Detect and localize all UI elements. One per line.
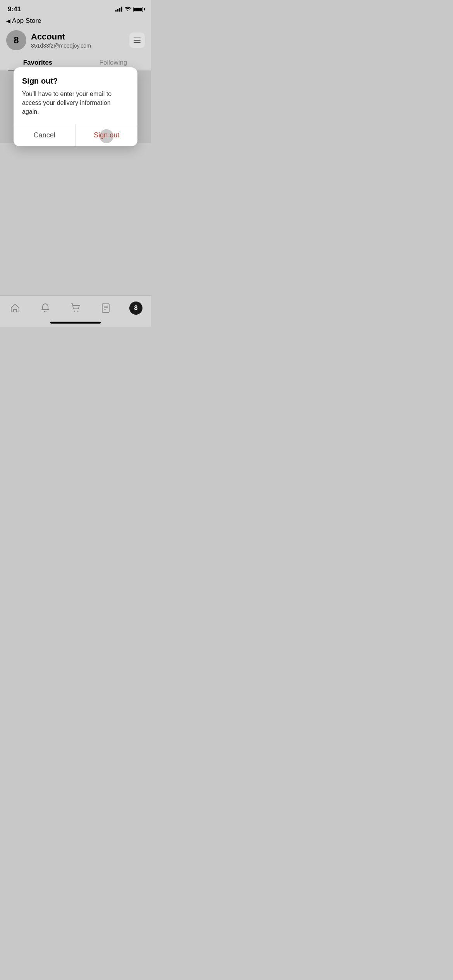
svg-rect-2	[102, 304, 109, 312]
svg-point-1	[77, 311, 79, 312]
svg-point-0	[74, 311, 75, 312]
header-text: Account 851d33f2@moodjoy.com	[31, 32, 129, 49]
sign-out-button[interactable]: Sign out	[76, 124, 138, 146]
sign-out-dialog: Sign out? You'll have to enter your emai…	[14, 67, 137, 147]
dialog-actions: Cancel Sign out	[14, 124, 137, 146]
dialog-title: Sign out?	[22, 77, 129, 86]
bell-icon	[41, 303, 50, 313]
menu-button[interactable]	[129, 33, 145, 48]
main-content: No favorites yet Tap the heart on any pr…	[0, 71, 151, 143]
signal-icon	[115, 7, 122, 12]
wifi-icon	[125, 6, 131, 12]
tab-account[interactable]: 8	[126, 300, 146, 316]
status-icons	[115, 6, 143, 12]
tab-notifications[interactable]	[36, 300, 55, 316]
cart-icon	[70, 303, 81, 313]
battery-icon	[133, 7, 143, 12]
home-icon	[10, 303, 20, 313]
account-avatar-badge: 8	[129, 302, 142, 315]
home-indicator	[50, 322, 101, 324]
tab-home[interactable]	[5, 300, 25, 316]
tab-orders[interactable]	[96, 300, 115, 316]
account-header: 8 Account 851d33f2@moodjoy.com	[0, 26, 151, 54]
header-title: Account	[31, 32, 129, 42]
menu-icon	[134, 40, 141, 41]
cancel-button[interactable]: Cancel	[14, 124, 76, 146]
dialog-overlay: Sign out? You'll have to enter your emai…	[0, 71, 151, 143]
menu-icon	[134, 42, 141, 43]
dialog-message: You'll have to enter your email to acces…	[22, 89, 129, 117]
tab-cart[interactable]	[66, 300, 85, 316]
dialog-body: Sign out? You'll have to enter your emai…	[14, 67, 137, 124]
orders-icon	[101, 303, 110, 313]
back-arrow-icon: ◀	[6, 18, 10, 24]
back-label: App Store	[12, 17, 41, 25]
status-bar: 9:41	[0, 0, 151, 15]
header-email: 851d33f2@moodjoy.com	[31, 43, 129, 49]
avatar: 8	[6, 30, 26, 50]
menu-icon	[134, 38, 141, 38]
status-time: 9:41	[8, 5, 21, 13]
nav-back[interactable]: ◀ App Store	[0, 15, 151, 26]
